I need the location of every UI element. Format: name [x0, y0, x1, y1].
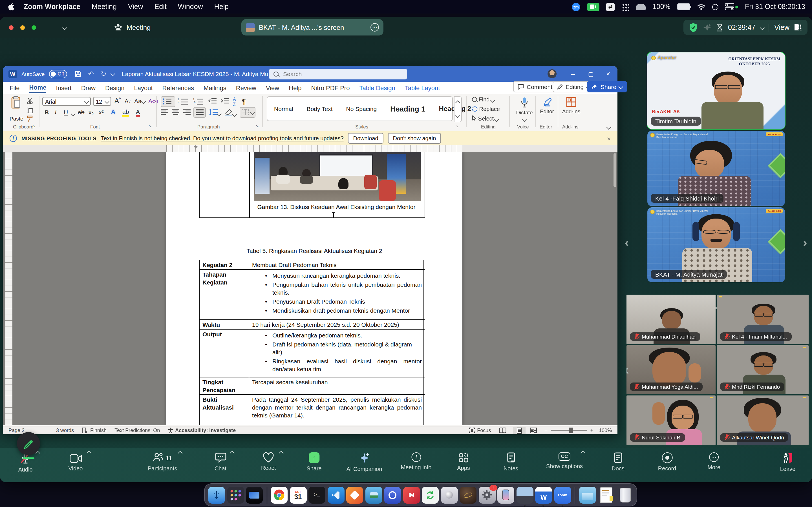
- styles-scroll-buttons[interactable]: [454, 96, 462, 122]
- security-shield-icon[interactable]: [689, 23, 698, 32]
- display-arrows-icon[interactable]: ⇄: [606, 3, 615, 11]
- terminal-icon[interactable]: >_: [308, 487, 325, 503]
- launchpad-icon[interactable]: [227, 487, 244, 503]
- ai-companion-button[interactable]: AI Companion: [347, 452, 382, 472]
- underline-chevron-icon[interactable]: [71, 112, 75, 116]
- activity-table[interactable]: Kegiatan 2 Membuat Draft Pedoman Teknis …: [199, 260, 424, 425]
- text-effects-icon[interactable]: A: [111, 108, 115, 115]
- tab-insert[interactable]: Insert: [56, 84, 71, 91]
- style-heading-1[interactable]: Heading 1: [390, 105, 425, 113]
- annotate-button[interactable]: [17, 432, 40, 455]
- account-avatar[interactable]: [548, 69, 557, 78]
- zoom-traffic-light[interactable]: [32, 25, 36, 30]
- styles-launcher-icon[interactable]: ↘: [455, 124, 458, 128]
- italic-button[interactable]: I: [55, 109, 57, 115]
- web-layout-icon[interactable]: [530, 428, 537, 433]
- decrease-indent-button[interactable]: [208, 98, 217, 106]
- tab-draw[interactable]: Draw: [81, 84, 96, 91]
- read-mode-icon[interactable]: [499, 428, 506, 433]
- spotlight-search-icon[interactable]: [712, 4, 718, 10]
- tab-help[interactable]: Help: [289, 84, 301, 91]
- editor-button[interactable]: Editor: [539, 97, 555, 114]
- record-button[interactable]: Record: [658, 452, 676, 471]
- dots-grid-icon[interactable]: [621, 3, 629, 11]
- notes-button[interactable]: Notes: [504, 452, 518, 471]
- save-icon[interactable]: [75, 71, 82, 77]
- video-tile-3[interactable]: Kementerian Energi dan Sumber Daya Miner…: [647, 207, 785, 282]
- gallery-tile-3[interactable]: ‹ Muhammad Yoga Aldi...: [626, 345, 716, 394]
- cloud-icon[interactable]: [636, 4, 646, 10]
- gallery-next-icon[interactable]: ›: [803, 235, 807, 250]
- menu-meeting[interactable]: Meeting: [92, 3, 117, 11]
- document-page[interactable]: Gambar 13. Diskusi Keadaan Awal Eksistin…: [166, 152, 462, 425]
- clipboard-launcher-icon[interactable]: ↘: [32, 124, 36, 128]
- iphone-mirroring-icon[interactable]: [497, 487, 514, 503]
- minimize-traffic-light[interactable]: [20, 25, 25, 30]
- captions-button[interactable]: CC Show captions: [546, 452, 583, 469]
- line-spacing-button[interactable]: [209, 109, 221, 117]
- tab-references[interactable]: References: [162, 84, 194, 91]
- document-title[interactable]: Laporan Aktualisasi Latsar KESDM 2025 - …: [122, 70, 273, 77]
- tab-meeting[interactable]: Meeting: [126, 23, 151, 31]
- document-canvas[interactable]: Gambar 13. Diskusi Keadaan Awal Eksistin…: [3, 152, 617, 425]
- shrink-font-icon[interactable]: A˅: [124, 98, 131, 104]
- paste-button[interactable]: [10, 96, 23, 115]
- menu-view[interactable]: View: [128, 3, 143, 11]
- proofing-icon[interactable]: [82, 428, 87, 433]
- replace-button[interactable]: Replace: [472, 106, 500, 112]
- word-search-box[interactable]: [269, 68, 407, 79]
- superscript-button[interactable]: x²: [99, 109, 104, 115]
- search-input[interactable]: [282, 70, 386, 78]
- change-case-icon[interactable]: Aa: [134, 98, 145, 104]
- screen-preview-icon[interactable]: [516, 487, 533, 503]
- menu-edit[interactable]: Edit: [154, 3, 167, 11]
- font-name-select[interactable]: Arial: [42, 97, 91, 106]
- collapse-ribbon-icon[interactable]: [607, 125, 611, 129]
- zoom-dock-icon[interactable]: zoom: [554, 487, 571, 503]
- tab-layout[interactable]: Layout: [134, 84, 153, 91]
- format-painter-icon[interactable]: [27, 115, 33, 123]
- calendar-icon[interactable]: OCT31: [290, 487, 306, 503]
- video-tile-2[interactable]: Kementerian Energi dan Sumber Daya Miner…: [647, 131, 785, 206]
- tab-home[interactable]: Home: [29, 84, 46, 92]
- ai-sparkle-icon[interactable]: [703, 23, 712, 32]
- style-normal[interactable]: Normal: [274, 105, 293, 112]
- trash-icon[interactable]: [617, 487, 633, 503]
- align-right-button[interactable]: [183, 109, 191, 117]
- tab-mailings[interactable]: Mailings: [204, 84, 226, 91]
- menu-clock[interactable]: Fri 31 Oct 08:20:13: [745, 3, 805, 11]
- horizontal-ruler[interactable]: [3, 145, 617, 152]
- camera-active-icon[interactable]: [587, 3, 599, 11]
- warning-close-icon[interactable]: ×: [607, 135, 611, 142]
- grey-app-icon[interactable]: [441, 487, 458, 503]
- apple-logo-icon[interactable]: [8, 3, 15, 11]
- accessibility-status[interactable]: Accessibility: Investigate: [175, 428, 236, 433]
- menu-help[interactable]: Help: [214, 3, 229, 11]
- zoom-slider[interactable]: [551, 430, 587, 431]
- indent-marker[interactable]: [193, 146, 198, 149]
- word-close-button[interactable]: ×: [606, 70, 610, 77]
- tab-file[interactable]: File: [10, 84, 19, 91]
- addins-button[interactable]: Add-ins: [561, 97, 581, 114]
- find-button[interactable]: Find: [472, 96, 494, 103]
- gallery-tile-4[interactable]: Mhd Rizki Fernando: [717, 345, 809, 394]
- react-button[interactable]: React: [261, 452, 276, 471]
- dictate-button[interactable]: Dictate: [515, 97, 534, 122]
- finder-icon[interactable]: [208, 487, 225, 503]
- share-screen-button[interactable]: ↑ Share: [306, 452, 321, 471]
- tab-view[interactable]: View: [266, 84, 279, 91]
- increase-indent-button[interactable]: [220, 98, 230, 106]
- zoom-out-icon[interactable]: –: [545, 428, 547, 433]
- apps-button[interactable]: Apps: [457, 452, 470, 471]
- participants-button[interactable]: 11 Participants: [148, 452, 177, 471]
- sort-button[interactable]: AZ: [233, 97, 236, 107]
- menu-app-name[interactable]: Zoom Workplace: [24, 3, 80, 11]
- zoom-status-icon[interactable]: zm: [572, 3, 580, 11]
- borders-button[interactable]: [240, 107, 255, 118]
- window-chevron-icon[interactable]: [63, 25, 67, 30]
- bold-button[interactable]: B: [45, 109, 49, 115]
- zoom-in-icon[interactable]: +: [590, 428, 593, 433]
- align-left-button[interactable]: [161, 109, 168, 117]
- tab-nitro-pdf[interactable]: Nitro PDF Pro: [311, 84, 350, 91]
- bullet-list-button[interactable]: [161, 96, 175, 107]
